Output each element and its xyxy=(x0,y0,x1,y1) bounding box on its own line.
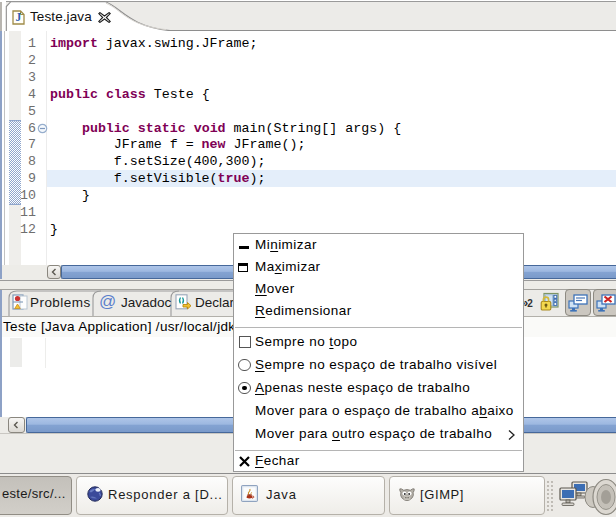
svg-text:J: J xyxy=(15,11,21,23)
